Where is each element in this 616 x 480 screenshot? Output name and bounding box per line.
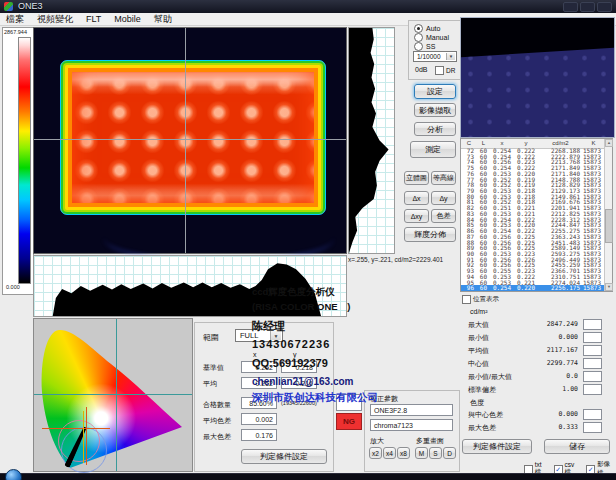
radio-label: Auto [426, 25, 440, 32]
chevron-down-icon[interactable]: ▼ [446, 53, 455, 60]
position-display-checkbox[interactable] [462, 295, 471, 304]
calibration-panel: 校正參數 ONE3F2.8 chroma7123 放大 多重畫面 x2x4x8 … [364, 390, 460, 472]
chevron-down-icon[interactable]: ▼ [270, 331, 281, 340]
range-row: 基準值0.2520.218 [195, 361, 333, 373]
range-dropdown[interactable]: FULL ▼ [235, 329, 283, 342]
color-scale-panel: 2867.944 0.000 [2, 27, 34, 295]
radio-row-ss[interactable]: SS [414, 42, 435, 51]
stat-row: 最大值2847.249 [460, 318, 610, 329]
exposure-time-dropdown[interactable]: 1/10000 ▼ [413, 51, 457, 62]
chroma-stat-value: 0.000 [558, 410, 578, 418]
delta-y-button[interactable]: Δy [431, 191, 456, 205]
scale-min-value: 0.000 [6, 284, 32, 290]
stat-label: 最大值 [468, 320, 489, 330]
maximize-button[interactable] [580, 2, 595, 12]
color-scale-gradient [18, 37, 31, 284]
scroll-down-icon[interactable]: ▼ [605, 283, 613, 291]
stat-indicator-box [583, 358, 602, 369]
radio-icon-ss[interactable] [414, 42, 423, 51]
table-row[interactable]: 96600.2540.2202256.17515873 [461, 285, 604, 291]
color-diff-button[interactable]: 色差 [431, 209, 456, 223]
menu-item-3[interactable]: Mobile [114, 14, 141, 24]
luminance-distribution-button[interactable]: 輝度分佈 [404, 227, 456, 242]
measure-button[interactable]: 測定 [410, 141, 456, 158]
scrollbar-thumb[interactable] [605, 209, 613, 243]
radio-label: Manual [426, 34, 449, 41]
radio-icon-manual[interactable] [414, 33, 423, 42]
solid-view-button[interactable]: 立體圖 [404, 171, 429, 185]
range-col-x-header: x [253, 351, 257, 358]
range-row-x-value: 0.252 [241, 377, 277, 389]
radio-row-auto[interactable]: Auto [414, 24, 440, 33]
delta-x-button[interactable]: Δx [404, 191, 429, 205]
avg-diff-label: 平均色差 [203, 416, 231, 426]
judge-condition-button[interactable]: 判定條件設定 [241, 449, 327, 464]
scroll-up-icon[interactable]: ▲ [605, 139, 613, 147]
multi-screen-button-s[interactable]: S [429, 447, 442, 459]
table-header-cell: C [461, 139, 477, 148]
menu-item-1[interactable]: 視頻變化 [37, 13, 73, 26]
delta-xy-button[interactable]: Δxy [404, 209, 429, 223]
stat-label: 標準偏差 [468, 385, 496, 395]
range-result-panel: 範圍 FULL ▼ x y 基準值0.2520.218平均0.2520.216 … [194, 322, 334, 472]
menu-item-2[interactable]: FLT [86, 14, 101, 24]
zoom-button-x2[interactable]: x2 [369, 447, 382, 459]
zoom-buttons: x2x4x8 [369, 447, 411, 459]
radio-icon-auto[interactable] [414, 24, 423, 33]
image-capture-button[interactable]: 影像擷取 [414, 103, 456, 117]
dr-checkbox-row[interactable]: DR [435, 66, 455, 75]
start-orb-icon[interactable] [5, 469, 22, 480]
position-display-row[interactable]: 位置表示 [462, 295, 499, 304]
analyze-button[interactable]: 分析 [414, 122, 456, 136]
table-scrollbar[interactable]: ▲ ▼ [604, 139, 612, 291]
chroma-stat-row: 最大色差0.333 [460, 421, 610, 432]
radio-row-manual[interactable]: Manual [414, 33, 449, 42]
capture-settings-panel: AutoManualSS 1/10000 ▼ 0dB DR [408, 20, 462, 80]
avg-diff-value: 0.002 [241, 413, 277, 425]
pass-count-row: 合格數量 85.60% (19345/22600) [195, 397, 333, 409]
multi-screen-button-d[interactable]: D [443, 447, 456, 459]
led-panel-heatmap [60, 60, 326, 215]
vertical-luminance-profile [348, 27, 395, 254]
measurement-table: CLxycd/m2K 72600.2540.2222268.1881587373… [460, 138, 613, 292]
stat-indicator-box [583, 384, 602, 395]
stat-value: 2117.167 [547, 346, 578, 354]
range-dropdown-value: FULL [240, 331, 258, 340]
pass-count-value: 85.60% [241, 397, 277, 409]
chroma-stat-indicator-box [583, 422, 602, 433]
stat-row: 最小值/最大值0.0 [460, 370, 610, 381]
max-diff-row: 最大色差 0.176 [195, 429, 333, 441]
range-row-label: 基準值 [203, 363, 224, 373]
minimize-button[interactable] [563, 2, 578, 12]
table-header-cell: K [583, 139, 604, 148]
zoom-button-x4[interactable]: x4 [383, 447, 396, 459]
cie-horizontal-guide-line [34, 394, 192, 395]
menu-item-0[interactable]: 檔案 [6, 13, 24, 26]
menu-item-4[interactable]: 幫助 [154, 13, 172, 26]
range-row-y-value: 0.218 [281, 361, 317, 373]
range-row-y-value: 0.216 [281, 377, 317, 389]
zoom-button-x8[interactable]: x8 [397, 447, 410, 459]
stat-row: 最小值0.000 [460, 331, 610, 342]
stat-label: 中心值 [468, 359, 489, 369]
contour-button[interactable]: 等高線 [431, 171, 456, 185]
range-row-label: 平均 [203, 379, 217, 389]
table-cell: 15873 [583, 285, 604, 291]
save-button[interactable]: 儲存 [544, 439, 610, 454]
horizontal-profile-shape [34, 256, 346, 316]
stat-indicator-box [583, 371, 602, 382]
caption-buttons [563, 2, 612, 12]
close-button[interactable] [597, 2, 612, 12]
judge-condition-button-2[interactable]: 判定條件設定 [462, 439, 532, 454]
calibration-param-2[interactable]: chroma7123 [370, 419, 453, 431]
calibration-param-1[interactable]: ONE3F2.8 [370, 404, 453, 416]
app-icon [4, 2, 13, 11]
chroma-stat-indicator-box [583, 409, 602, 420]
multi-screen-button-m[interactable]: M [415, 447, 428, 459]
set-button[interactable]: 設定 [414, 84, 456, 99]
dr-checkbox[interactable] [435, 66, 444, 75]
stat-value: 1.00 [562, 385, 578, 393]
taskbar [0, 473, 616, 480]
luminance-image-viewport[interactable] [33, 27, 347, 254]
zoom-label: 放大 [370, 436, 384, 446]
